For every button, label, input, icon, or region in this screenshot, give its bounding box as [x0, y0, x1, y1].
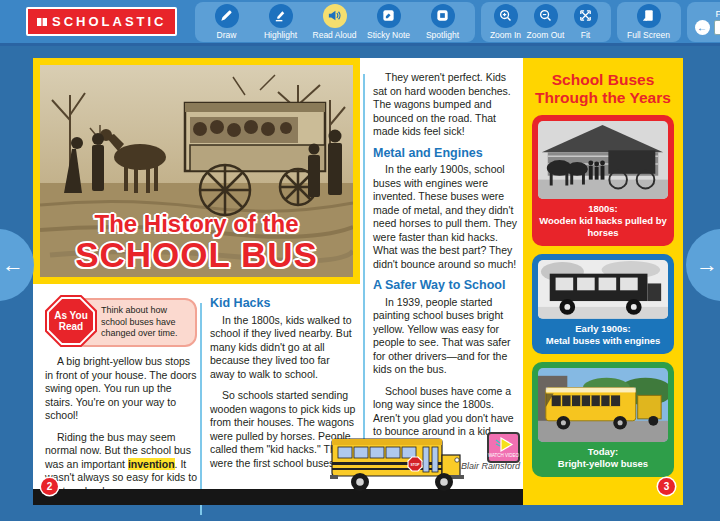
- article-title-line2: SCHOOL BUS: [40, 237, 353, 273]
- left-arrow-icon: ←: [2, 252, 24, 278]
- metal-bus-photo: [538, 260, 668, 319]
- kid-hacks-paragraph-1: In the 1800s, kids walked to school if t…: [210, 314, 357, 382]
- zoom-out-button[interactable]: Zoom Out: [526, 4, 566, 40]
- right-arrow-icon: →: [696, 252, 718, 278]
- read-aloud-label: Read Aloud: [313, 30, 357, 40]
- timeline-sidebar: School Buses Through the Years: [523, 58, 683, 505]
- cartoon-school-bus: STOP: [328, 433, 470, 493]
- scholastic-logo: SCHOLASTIC: [26, 7, 177, 36]
- as-you-read-callout: Think about how school buses have change…: [45, 295, 197, 349]
- spotlight-label: Spotlight: [426, 30, 459, 40]
- watch-video-label: WATCH VIDEO: [488, 453, 519, 458]
- page-number-input[interactable]: [714, 20, 720, 35]
- zoom-out-icon: [538, 8, 553, 23]
- timeline-card-1800s: 1800s: Wooden kid hacks pulled by horses: [532, 115, 674, 246]
- fullscreen-tool-group: Full Screen: [617, 2, 681, 42]
- safer-way-paragraph-1: In 1939, people started painting school …: [373, 296, 520, 377]
- zoom-in-icon: [498, 8, 513, 23]
- annotation-tool-group: Draw Highlight Read Aloud Sticky Note Sp…: [195, 2, 475, 42]
- fit-button[interactable]: Fit: [566, 4, 606, 40]
- draw-label: Draw: [217, 30, 237, 40]
- card-desc-today: Bright-yellow buses: [558, 458, 648, 469]
- safer-way-heading: A Safer Way to School: [373, 279, 520, 293]
- zoom-tool-group: Zoom In Zoom Out Fit: [481, 2, 611, 42]
- previous-spread-button[interactable]: ←: [0, 229, 34, 301]
- page-label: Page: [715, 8, 720, 19]
- metal-engines-paragraph: In the early 1900s, school buses with en…: [373, 163, 520, 271]
- sticky-note-label: Sticky Note: [367, 30, 410, 40]
- intro-paragraph-2: Riding the bus may seem normal now. But …: [45, 431, 197, 499]
- speaker-icon: [327, 8, 342, 23]
- toolbar: SCHOLASTIC Draw Highlight Read Aloud Sti…: [0, 0, 720, 46]
- article-title: The History of the SCHOOL BUS: [40, 211, 353, 273]
- article-title-line1: The History of the: [40, 211, 353, 237]
- full-screen-button[interactable]: Full Screen: [622, 4, 676, 40]
- modern-bus-photo: [538, 368, 668, 442]
- left-page-number: 2: [41, 478, 58, 495]
- card-caption-1800s: 1800s: Wooden kid hacks pulled by horses: [538, 199, 668, 240]
- badge-line1: As You: [54, 310, 88, 321]
- sticky-note-icon: [381, 8, 396, 23]
- play-icon: [494, 437, 514, 453]
- svg-text:STOP: STOP: [410, 463, 420, 467]
- logo-text: SCHOLASTIC: [52, 14, 167, 29]
- right-page-column: They weren't perfect. Kids sat on hard w…: [373, 71, 520, 474]
- badge-line2: Read: [59, 321, 83, 332]
- cover-photo-frame: The History of the SCHOOL BUS: [33, 58, 360, 284]
- sidebar-title: School Buses Through the Years: [533, 71, 673, 107]
- read-aloud-button[interactable]: Read Aloud: [308, 4, 362, 40]
- watch-video-button[interactable]: WATCH VIDEO: [487, 432, 520, 463]
- vocabulary-highlight[interactable]: invention: [128, 458, 175, 470]
- timeline-card-early-1900s: Early 1900s: Metal buses with engines: [532, 254, 674, 354]
- zoom-in-button[interactable]: Zoom In: [486, 4, 526, 40]
- card-era-early-1900s: Early 1900s:: [575, 323, 630, 334]
- fullscreen-icon: [641, 8, 656, 23]
- intro-paragraph-1: A big bright-yellow bus stops in front o…: [45, 355, 197, 423]
- column-divider-1: [200, 303, 202, 515]
- scholastic-book-icon: [36, 16, 48, 28]
- full-screen-label: Full Screen: [627, 30, 670, 40]
- right-page-number: 3: [658, 478, 675, 495]
- kid-hacks-heading: Kid Hacks: [210, 297, 357, 311]
- spotlight-icon: [435, 8, 450, 23]
- fit-icon: [578, 8, 593, 23]
- card-desc-early-1900s: Metal buses with engines: [546, 335, 661, 346]
- card-era-today: Today:: [588, 446, 618, 457]
- sticky-note-button[interactable]: Sticky Note: [362, 4, 416, 40]
- highlight-button[interactable]: Highlight: [254, 4, 308, 40]
- kid-hack-photo: [538, 121, 668, 199]
- zoom-out-label: Zoom Out: [527, 30, 565, 40]
- book-spread: The History of the SCHOOL BUS Think abou…: [33, 58, 683, 505]
- column-divider-2: [363, 74, 365, 462]
- card-desc-1800s: Wooden kid hacks pulled by horses: [539, 215, 667, 238]
- fit-label: Fit: [581, 30, 590, 40]
- card-era-1800s: 1800s:: [588, 203, 618, 214]
- intro-column: Think about how school buses have change…: [45, 295, 197, 506]
- next-spread-button[interactable]: →: [686, 229, 720, 301]
- page-navigation: Page ← →: [687, 2, 720, 42]
- highlighter-icon: [273, 8, 288, 23]
- wagons-paragraph: They weren't perfect. Kids sat on hard w…: [373, 71, 520, 139]
- draw-button[interactable]: Draw: [200, 4, 254, 40]
- spotlight-button[interactable]: Spotlight: [416, 4, 470, 40]
- card-caption-today: Today: Bright-yellow buses: [538, 442, 668, 471]
- card-caption-early-1900s: Early 1900s: Metal buses with engines: [538, 319, 668, 348]
- zoom-in-label: Zoom In: [490, 30, 521, 40]
- metal-engines-heading: Metal and Engines: [373, 147, 520, 161]
- bus-stop-sign-graphic: STOP: [408, 457, 422, 471]
- pencil-icon: [219, 8, 234, 23]
- previous-page-button[interactable]: ←: [695, 20, 710, 35]
- timeline-card-today: Today: Bright-yellow buses: [532, 362, 674, 477]
- highlight-label: Highlight: [264, 30, 297, 40]
